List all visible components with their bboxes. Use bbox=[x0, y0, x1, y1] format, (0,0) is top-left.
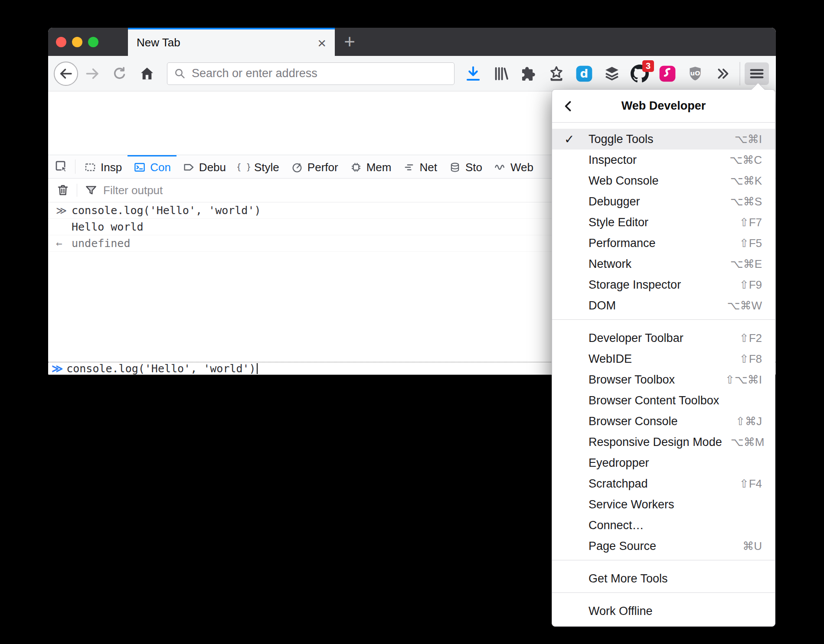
devtools-tab-label: Net bbox=[419, 161, 437, 174]
menu-item-service-workers[interactable]: Service Workers bbox=[552, 494, 775, 515]
menu-item-label: Toggle Tools bbox=[589, 133, 726, 146]
minimize-window-button[interactable] bbox=[72, 37, 82, 47]
menu-group: Work Offline bbox=[552, 593, 775, 626]
menu-item-get-more-tools[interactable]: Get More Tools bbox=[552, 568, 775, 589]
menu-item-shortcut: ⌥⌘K bbox=[730, 174, 762, 188]
extensions-button[interactable] bbox=[518, 63, 539, 84]
hamburger-icon bbox=[748, 65, 765, 82]
bookmarks-button[interactable] bbox=[546, 63, 567, 84]
menu-item-debugger[interactable]: Debugger⌥⌘S bbox=[552, 191, 775, 212]
storage-tab-icon bbox=[448, 161, 461, 174]
chevron-double-right-icon bbox=[714, 65, 732, 83]
menu-item-browser-console[interactable]: Browser Console⇧⌘J bbox=[552, 411, 775, 432]
text-caret bbox=[257, 363, 258, 374]
menu-item-label: Performance bbox=[589, 237, 731, 250]
menu-back-button[interactable] bbox=[558, 96, 579, 117]
devtools-tab-style-editor[interactable]: { }Style bbox=[232, 155, 285, 178]
tab-title: New Tab bbox=[137, 36, 316, 49]
devtools-tab-debugger[interactable]: Debu bbox=[177, 155, 232, 178]
forward-arrow-icon bbox=[84, 65, 101, 82]
library-icon bbox=[492, 65, 510, 83]
menu-item-shortcut: ⇧F2 bbox=[739, 332, 762, 345]
menu-item-network[interactable]: Network⌥⌘E bbox=[552, 254, 775, 274]
github-extension-button[interactable]: 3 bbox=[629, 63, 650, 84]
pick-element-button[interactable] bbox=[51, 155, 72, 178]
devtools-tab-storage[interactable]: Sto bbox=[443, 155, 488, 178]
menu-item-label: Browser Console bbox=[589, 415, 727, 428]
menu-item-webide[interactable]: WebIDE⇧F8 bbox=[552, 348, 775, 369]
menu-item-web-console[interactable]: Web Console⌥⌘K bbox=[552, 170, 775, 191]
devtools-tab-console[interactable]: Con bbox=[128, 155, 177, 178]
menu-item-scratchpad[interactable]: Scratchpad⇧F4 bbox=[552, 473, 775, 494]
reload-button[interactable] bbox=[109, 63, 130, 84]
menu-item-shortcut: ⇧F5 bbox=[739, 237, 762, 250]
download-icon bbox=[464, 65, 482, 83]
menu-item-label: Page Source bbox=[589, 540, 734, 553]
library-button[interactable] bbox=[490, 63, 511, 84]
devtools-tab-memory[interactable]: Mem bbox=[344, 155, 397, 178]
menu-item-toggle-tools[interactable]: ✓Toggle Tools⌥⌘I bbox=[552, 129, 775, 150]
app-menu-button[interactable] bbox=[745, 62, 769, 85]
devtools-tab-inspector[interactable]: Insp bbox=[78, 155, 128, 178]
menu-item-shortcut: ⇧F9 bbox=[739, 278, 762, 292]
menu-item-connect[interactable]: Connect… bbox=[552, 515, 775, 536]
web-developer-menu: Web Developer ✓Toggle Tools⌥⌘IInspector⌥… bbox=[552, 89, 775, 627]
performance-tab-icon bbox=[291, 161, 304, 174]
menu-item-responsive-design-mode[interactable]: Responsive Design Mode⌥⌘M bbox=[552, 432, 775, 452]
braces-icon: { } bbox=[237, 161, 250, 174]
url-bar[interactable] bbox=[167, 62, 455, 85]
layers-extension-button[interactable] bbox=[602, 63, 622, 84]
devtools-tab-webaudio[interactable]: Web bbox=[488, 155, 539, 178]
tab-new-tab[interactable]: New Tab × bbox=[128, 28, 335, 56]
forward-button[interactable] bbox=[82, 63, 103, 84]
menu-item-browser-toolbox[interactable]: Browser Toolbox⇧⌥⌘I bbox=[552, 369, 775, 390]
home-button[interactable] bbox=[137, 63, 157, 84]
url-input[interactable] bbox=[192, 67, 448, 80]
back-button[interactable] bbox=[54, 62, 78, 86]
menu-item-dom[interactable]: DOM⌥⌘W bbox=[552, 295, 775, 316]
menu-item-style-editor[interactable]: Style Editor⇧F7 bbox=[552, 212, 775, 233]
debugger-tab-icon bbox=[182, 161, 195, 174]
menu-item-label: Work Offline bbox=[589, 605, 762, 618]
d-extension-button[interactable]: d bbox=[574, 63, 595, 84]
menu-item-label: Responsive Design Mode bbox=[589, 436, 722, 449]
menu-item-storage-inspector[interactable]: Storage Inspector⇧F9 bbox=[552, 274, 775, 295]
new-tab-button[interactable]: + bbox=[340, 31, 360, 52]
menu-item-shortcut: ⌥⌘M bbox=[731, 436, 765, 449]
home-icon bbox=[139, 65, 155, 82]
overflow-button[interactable] bbox=[713, 63, 733, 84]
devtools-tab-network[interactable]: Net bbox=[397, 155, 442, 178]
svg-text:uO: uO bbox=[690, 69, 700, 77]
devtools-tab-label: Debu bbox=[199, 161, 226, 174]
menu-item-performance[interactable]: Performance⇧F5 bbox=[552, 233, 775, 254]
zoom-window-button[interactable] bbox=[88, 37, 98, 47]
menu-item-label: Eyedropper bbox=[589, 456, 762, 470]
menu-item-work-offline[interactable]: Work Offline bbox=[552, 601, 775, 621]
devtools-tab-performance[interactable]: Perfor bbox=[285, 155, 344, 178]
menu-item-inspector[interactable]: Inspector⌥⌘C bbox=[552, 150, 775, 170]
d-extension-icon: d bbox=[575, 65, 593, 83]
filter-button[interactable] bbox=[82, 181, 101, 200]
menu-item-shortcut: ⇧F4 bbox=[739, 477, 762, 491]
menu-item-shortcut: ⌥⌘S bbox=[730, 195, 762, 208]
menu-title: Web Developer bbox=[552, 99, 775, 113]
menu-item-browser-content-toolbox[interactable]: Browser Content Toolbox bbox=[552, 390, 775, 411]
devtools-tab-label: Perfor bbox=[307, 161, 338, 174]
back-arrow-icon bbox=[58, 66, 74, 81]
close-window-button[interactable] bbox=[56, 37, 66, 47]
menu-item-developer-toolbar[interactable]: Developer Toolbar⇧F2 bbox=[552, 328, 775, 348]
tab-close-icon[interactable]: × bbox=[316, 36, 328, 50]
menu-item-eyedropper[interactable]: Eyedropper bbox=[552, 452, 775, 473]
menu-item-label: Developer Toolbar bbox=[589, 332, 731, 345]
menu-item-page-source[interactable]: Page Source⌘U bbox=[552, 536, 775, 556]
menu-item-shortcut: ⌥⌘E bbox=[730, 257, 762, 271]
pink-extension-button[interactable] bbox=[657, 63, 678, 84]
clear-console-button[interactable] bbox=[53, 181, 72, 200]
devtools-tab-label: Style bbox=[254, 161, 279, 174]
console-row-text: console.log('Hello', 'world') bbox=[72, 204, 261, 217]
layers-icon bbox=[603, 65, 621, 83]
downloads-button[interactable] bbox=[463, 63, 484, 84]
ublock-extension-button[interactable]: uO bbox=[685, 63, 706, 84]
network-tab-icon bbox=[402, 161, 415, 174]
menu-item-shortcut: ⌥⌘I bbox=[735, 133, 762, 146]
